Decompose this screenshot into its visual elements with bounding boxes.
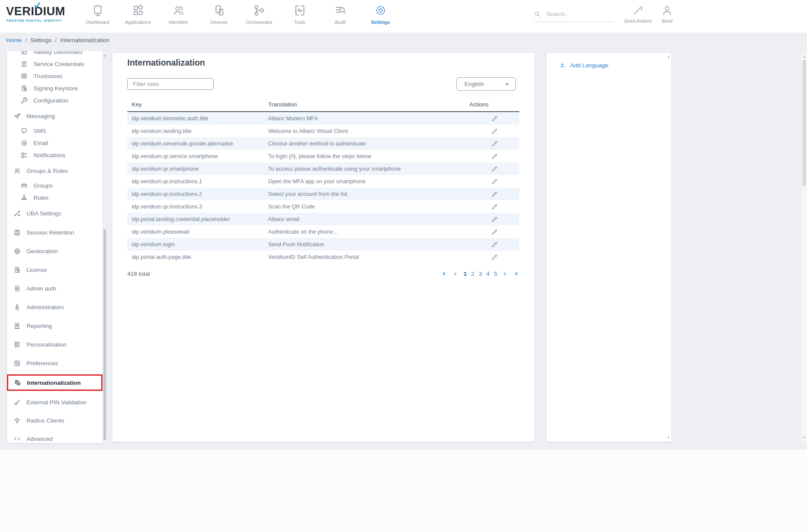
person-podium-icon — [13, 304, 21, 311]
sidebar-item-roles[interactable]: Roles — [7, 192, 103, 204]
nav-item-devices[interactable]: Devices — [199, 4, 239, 25]
translation-cell: To access please authenticate using your… — [268, 165, 469, 172]
sidebar-item-radius-clients[interactable]: Radius Clients — [7, 414, 103, 426]
sidebar-item-uba-settings[interactable]: UBA Settings — [7, 207, 103, 220]
previous-page-icon[interactable] — [452, 271, 459, 277]
floppy-icon — [13, 229, 21, 236]
nav-item-settings[interactable]: Settings — [360, 4, 401, 25]
scrollbar-thumb[interactable] — [803, 60, 806, 186]
sidebar-item-license[interactable]: License — [7, 264, 103, 276]
page-scrollbar[interactable] — [802, 53, 807, 442]
safe-icon — [20, 73, 28, 80]
sidebar-item-sms[interactable]: SMS — [7, 125, 103, 137]
edit-icon[interactable] — [491, 140, 498, 147]
table-row: idp.veridium.qr.service.smartphoneTo log… — [127, 150, 519, 162]
edit-icon[interactable] — [491, 178, 498, 185]
filter-rows-input[interactable] — [127, 78, 214, 90]
people-icon — [13, 167, 21, 175]
sidebar-item-admin-auth[interactable]: Admin auth — [7, 282, 103, 294]
page-number[interactable]: 2 — [471, 271, 475, 277]
monitor-icon — [91, 4, 104, 17]
scrollbar-thumb[interactable] — [103, 229, 106, 439]
code-icon — [13, 435, 21, 443]
edit-icon[interactable] — [491, 191, 498, 198]
sidebar-item-internationalization[interactable]: Internationalization — [7, 374, 103, 391]
nav-item-identities[interactable]: Identities — [158, 4, 199, 25]
sidebar-item-label: Validity Dashboard — [33, 51, 82, 55]
page-number[interactable]: 4 — [486, 271, 490, 277]
sidebar-item-reporting[interactable]: Reporting — [7, 320, 103, 332]
nav-item-audit[interactable]: Audit — [320, 4, 360, 25]
sidebar-item-label: Radius Clients — [27, 417, 64, 424]
search-input[interactable] — [546, 11, 605, 17]
sidebar-item-service-credentials[interactable]: Service Credentials — [7, 58, 103, 70]
page-number[interactable]: 3 — [478, 271, 482, 277]
nav-label: Identities — [169, 20, 188, 25]
key-cell: idp.veridium.qr.service.smartphone — [127, 153, 268, 159]
nav-item-orchestrator[interactable]: Orchestrator — [239, 4, 279, 25]
language-select[interactable]: English — [456, 77, 516, 91]
scroll-down-icon[interactable] — [802, 436, 806, 439]
edit-icon[interactable] — [491, 153, 498, 160]
search-icon[interactable] — [534, 10, 541, 18]
veridium-logo[interactable]: VERIDIUM TRUSTED DIGITAL IDENTITY — [6, 6, 76, 23]
translation-cell: Open the MFA app on your smartphone — [268, 178, 469, 185]
sidebar-item-configuration[interactable]: Configuration — [7, 94, 103, 106]
sidebar-item-administrators[interactable]: Administrators — [7, 301, 103, 313]
doc-lock-icon — [20, 85, 28, 92]
sidebar-item-advanced[interactable]: Advanced — [7, 433, 103, 443]
actions-cell — [469, 191, 519, 198]
scroll-down-icon[interactable] — [103, 438, 106, 441]
edit-icon[interactable] — [491, 115, 498, 122]
user-menu[interactable]: david — [656, 5, 678, 23]
key-cell: idp.veridium.landing.title — [127, 128, 268, 134]
nav-item-tools[interactable]: Tools — [279, 4, 320, 25]
edit-icon[interactable] — [491, 254, 498, 261]
edit-icon[interactable] — [491, 165, 498, 172]
sidebar-item-external-pin-validation[interactable]: External PIN Validation — [7, 396, 103, 408]
edit-icon[interactable] — [491, 216, 498, 223]
sidebar-item-personalisation[interactable]: Personalisation — [7, 338, 103, 350]
sidebar-item-preferences[interactable]: Preferences — [7, 357, 103, 369]
column-header-key: Key — [127, 101, 268, 108]
sidebar-item-validity-dashboard[interactable]: Validity Dashboard — [7, 51, 103, 58]
sidebar-item-geolocation[interactable]: Geolocation — [7, 245, 103, 257]
scroll-up-icon[interactable] — [103, 54, 106, 57]
nav-item-dashboard[interactable]: Dashboard — [77, 4, 118, 25]
sidebar-item-session-retention[interactable]: Session Retention — [7, 226, 103, 238]
sidebar-item-signing-keystore[interactable]: Signing Keystore — [7, 82, 103, 94]
sidebar-item-groups-roles[interactable]: Groups & Roles — [7, 164, 103, 177]
last-page-icon[interactable] — [512, 271, 519, 277]
sidebar-item-messaging[interactable]: Messaging — [7, 109, 103, 122]
edit-icon[interactable] — [491, 241, 498, 248]
sidebar-item-groups[interactable]: Groups — [7, 179, 103, 192]
table-row: idp.veridium.pleasewaitAuthenticate on t… — [127, 225, 519, 238]
sidebar-item-notifications[interactable]: Notifications — [7, 149, 103, 161]
page-number-current[interactable]: 1 — [463, 271, 467, 277]
scroll-up-icon[interactable] — [802, 55, 806, 59]
quick-actions-button[interactable]: Quick Actions — [624, 5, 652, 23]
sidebar-item-email[interactable]: Email — [7, 137, 103, 149]
page-number[interactable]: 5 — [494, 271, 497, 277]
magic-wand-icon — [632, 5, 644, 16]
nav-item-applications[interactable]: Applications — [118, 4, 158, 25]
first-page-icon[interactable] — [442, 271, 448, 277]
sidebar-scrollbar[interactable] — [103, 51, 107, 443]
scroll-down-icon[interactable] — [667, 436, 671, 439]
nav-label: Tools — [294, 20, 306, 25]
breadcrumb-home-link[interactable]: Home — [6, 37, 22, 43]
sidebar-item-truststores[interactable]: Truststores — [7, 70, 103, 82]
translation-cell: Scan the QR Code — [268, 203, 469, 210]
edit-icon[interactable] — [491, 203, 498, 210]
actions-cell — [469, 241, 519, 248]
window-grid-icon — [20, 51, 28, 56]
edit-icon[interactable] — [491, 228, 498, 235]
scroll-up-icon[interactable] — [667, 55, 671, 59]
next-page-icon[interactable] — [501, 271, 508, 277]
logo-check-icon — [33, 2, 42, 9]
edit-icon[interactable] — [491, 128, 498, 135]
table-row: idp.veridium.serversdk.qrcode.alternativ… — [127, 137, 519, 150]
add-language-button[interactable]: Add Language — [559, 62, 608, 69]
breadcrumb: Home/Settings/Internationalization — [6, 37, 110, 43]
key-cell: idp.veridium.qr.instructions.3 — [127, 203, 268, 210]
